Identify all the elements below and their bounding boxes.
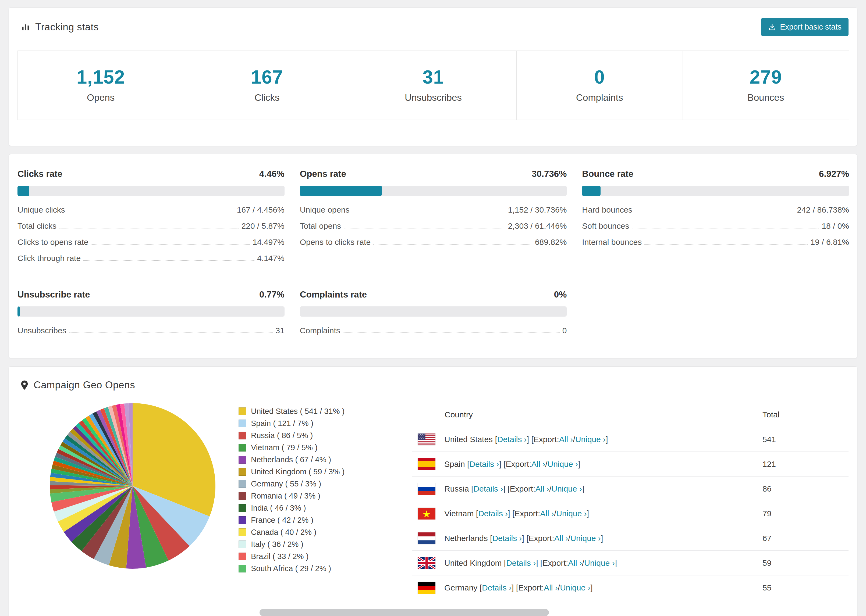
details-link[interactable]: Details ›: [478, 509, 508, 518]
export-unique-link[interactable]: Unique ›: [570, 534, 601, 543]
export-basic-stats-button[interactable]: Export basic stats: [761, 18, 849, 36]
legend-item-canada[interactable]: Canada ( 40 / 2% ): [239, 528, 412, 537]
rate-stat-label: Unsubscribes: [17, 326, 66, 335]
stat-value-unsubscribes: 31: [350, 66, 516, 88]
legend-swatch: [239, 468, 246, 476]
rate-stat-label: Opens to clicks rate: [300, 237, 371, 247]
legend-swatch: [239, 528, 246, 536]
stats-summary-row: 1,152Opens167Clicks31Unsubscribes0Compla…: [17, 50, 849, 120]
export-all-link[interactable]: All ›: [535, 484, 549, 493]
dotted-leader: [632, 228, 819, 228]
rate-section-clicks-rate: Clicks rate4.46%Unique clicks167 / 4.456…: [17, 169, 285, 266]
legend-swatch: [239, 516, 246, 524]
rate-stat-value: 4.147%: [257, 254, 285, 263]
legend-item-united-states[interactable]: United States ( 541 / 31% ): [239, 407, 412, 416]
tracking-stats-card: Tracking stats Export basic stats 1,152O…: [9, 8, 857, 146]
rate-stat-value: 167 / 4.456%: [237, 205, 285, 214]
column-header-total: Total: [762, 410, 849, 419]
geo-opens-table: CountryTotalUnited States [Details ›] [E…: [412, 404, 849, 600]
details-link[interactable]: Details ›: [473, 484, 503, 493]
export-all-link[interactable]: All ›: [554, 534, 568, 543]
tracking-stats-title: Tracking stats: [21, 22, 99, 33]
flag-de-icon: [418, 582, 435, 594]
legend-item-russia[interactable]: Russia ( 86 / 5% ): [239, 431, 412, 440]
bar-chart-icon: [21, 22, 30, 32]
stat-value-complaints: 0: [516, 66, 683, 88]
legend-item-italy[interactable]: Italy ( 36 / 2% ): [239, 540, 412, 549]
rate-title: Complaints rate: [300, 289, 367, 300]
progress-bar: [17, 186, 285, 196]
legend-item-south-africa[interactable]: South Africa ( 29 / 2% ): [239, 564, 412, 573]
export-all-link[interactable]: All ›: [540, 509, 554, 518]
details-link[interactable]: Details ›: [469, 460, 499, 469]
dotted-leader: [635, 212, 794, 212]
rate-section-complaints-rate: Complaints rate0%Complaints0: [300, 289, 567, 339]
export-unique-link[interactable]: Unique ›: [560, 583, 590, 592]
table-row-germany: Germany [Details ›] [Export: All › / Uni…: [412, 575, 849, 600]
table-row-netherlands: Netherlands [Details ›] [Export: All › /…: [412, 526, 849, 551]
legend-item-germany[interactable]: Germany ( 55 / 3% ): [239, 479, 412, 488]
progress-bar: [17, 306, 285, 317]
legend-item-india[interactable]: India ( 46 / 3% ): [239, 504, 412, 512]
details-link[interactable]: Details ›: [497, 435, 527, 444]
export-all-link[interactable]: All ›: [568, 558, 582, 567]
export-all-link[interactable]: All ›: [544, 583, 558, 592]
table-row-vietnam: Vietnam [Details ›] [Export: All › / Uni…: [412, 501, 849, 526]
legend-item-france[interactable]: France ( 42 / 2% ): [239, 516, 412, 525]
country-cell: Spain [Details ›] [Export: All › / Uniqu…: [418, 458, 762, 470]
rate-stat-value: 689.82%: [535, 237, 567, 247]
rate-stat-label: Internal bounces: [582, 237, 642, 247]
country-name: Netherlands: [444, 534, 488, 543]
rate-stat-value: 2,303 / 61.446%: [508, 222, 567, 231]
legend-item-united-kingdom[interactable]: United Kingdom ( 59 / 3% ): [239, 467, 412, 476]
horizontal-scrollbar-thumb[interactable]: [260, 609, 549, 616]
rate-stat-value: 19 / 6.81%: [811, 237, 849, 247]
export-unique-link[interactable]: Unique ›: [551, 484, 582, 493]
dotted-leader: [68, 212, 234, 212]
export-all-link[interactable]: All ›: [559, 435, 573, 444]
flag-gb-icon: [418, 557, 435, 569]
stat-box-unsubscribes: 31Unsubscribes: [350, 50, 516, 120]
flag-ru-icon: [418, 483, 435, 495]
rate-stat-row: Unique clicks167 / 4.456%: [17, 202, 285, 218]
table-row-united-states: United States [Details ›] [Export: All ›…: [412, 427, 849, 452]
details-link[interactable]: Details ›: [482, 583, 512, 592]
country-cell: Russia [Details ›] [Export: All › / Uniq…: [418, 483, 762, 495]
total-value: 86: [762, 484, 849, 493]
rate-stat-row: Total opens2,303 / 61.446%: [300, 218, 567, 234]
rate-stat-value: 0: [562, 326, 567, 335]
legend-label: Netherlands ( 67 / 4% ): [251, 455, 331, 464]
legend-swatch: [239, 444, 246, 451]
rate-section-unsubscribe-rate: Unsubscribe rate0.77%Unsubscribes31: [17, 289, 285, 339]
country-cell: United Kingdom [Details ›] [Export: All …: [418, 557, 762, 569]
export-unique-link[interactable]: Unique ›: [584, 558, 614, 567]
total-value: 55: [762, 583, 849, 592]
export-all-link[interactable]: All ›: [531, 460, 545, 469]
export-unique-link[interactable]: Unique ›: [556, 509, 587, 518]
progress-bar: [300, 306, 567, 317]
export-unique-link[interactable]: Unique ›: [548, 460, 578, 469]
geo-content: United States ( 541 / 31% )Spain ( 121 /…: [9, 391, 857, 611]
total-value: 121: [762, 460, 849, 469]
rate-stat-label: Soft bounces: [582, 222, 629, 231]
rate-title: Bounce rate: [582, 169, 633, 179]
details-link[interactable]: Details ›: [492, 534, 522, 543]
geo-opens-pie-chart[interactable]: [49, 402, 221, 570]
legend-item-brazil[interactable]: Brazil ( 33 / 2% ): [239, 552, 412, 561]
legend-item-spain[interactable]: Spain ( 121 / 7% ): [239, 419, 412, 428]
legend-swatch: [239, 492, 246, 500]
legend-item-romania[interactable]: Romania ( 49 / 3% ): [239, 492, 412, 500]
legend-item-vietnam[interactable]: Vietnam ( 79 / 5% ): [239, 443, 412, 452]
rate-stat-row: Clicks to opens rate14.497%: [17, 234, 285, 250]
details-link[interactable]: Details ›: [506, 558, 536, 567]
legend-label: United Kingdom ( 59 / 3% ): [251, 467, 345, 476]
rate-stat-value: 18 / 0%: [822, 222, 849, 231]
rate-stat-label: Unique clicks: [17, 205, 65, 214]
legend-item-netherlands[interactable]: Netherlands ( 67 / 4% ): [239, 455, 412, 464]
campaign-geo-opens-title-text: Campaign Geo Opens: [34, 379, 135, 391]
legend-label: Italy ( 36 / 2% ): [251, 540, 303, 549]
export-unique-link[interactable]: Unique ›: [575, 435, 606, 444]
legend-label: France ( 42 / 2% ): [251, 516, 313, 525]
stat-box-opens: 1,152Opens: [17, 50, 184, 120]
dotted-leader: [373, 244, 532, 245]
